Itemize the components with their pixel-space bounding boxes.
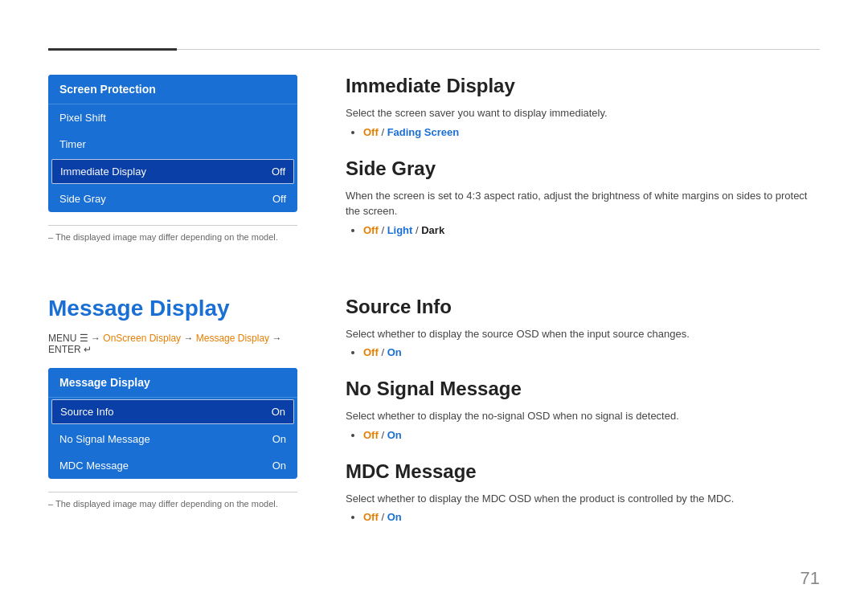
menu-item-source-info[interactable]: Source Info On <box>51 399 294 424</box>
immediate-display-label: Immediate Display <box>60 166 146 178</box>
message-display-path: Message Display <box>196 333 269 344</box>
mdc-message-desc: Select whether to display the MDC OSD wh… <box>346 491 820 507</box>
pixel-shift-label: Pixel Shift <box>59 112 106 124</box>
message-display-panel-header: Message Display <box>48 368 297 398</box>
right-column-top: Immediate Display Select the screen save… <box>346 75 820 255</box>
no-signal-on: On <box>387 429 402 441</box>
mdc-message-options: Off / On <box>346 511 820 523</box>
menu-item-immediate-display[interactable]: Immediate Display Off <box>51 159 294 184</box>
no-signal-options: Off / On <box>346 429 820 441</box>
fading-screen-option: Fading Screen <box>387 126 460 138</box>
sep2: / <box>379 224 387 236</box>
screen-protection-header: Screen Protection <box>48 75 297 104</box>
source-info-option-item: Off / On <box>363 346 820 358</box>
side-gray-dark-option: Dark <box>421 224 444 236</box>
message-display-main-title: Message Display <box>48 296 297 321</box>
source-info-value: On <box>272 406 285 418</box>
menu-icon: ☰ <box>80 333 88 344</box>
screen-protection-panel: Screen Protection Pixel Shift Timer Imme… <box>48 75 297 212</box>
page-container: Screen Protection Pixel Shift Timer Imme… <box>0 0 868 574</box>
mdc-message-option-item: Off / On <box>363 511 820 523</box>
page-number: 71 <box>800 568 820 589</box>
side-gray-option-item: Off / Light / Dark <box>363 224 820 236</box>
left-column-bottom: Message Display MENU ☰ → OnScreen Displa… <box>48 296 297 543</box>
immediate-display-desc: Select the screen saver you want to disp… <box>346 105 820 121</box>
immediate-display-option-item: Off / Fading Screen <box>363 126 820 138</box>
screen-protection-section: Screen Protection Pixel Shift Timer Imme… <box>48 75 820 255</box>
no-signal-off: Off <box>363 429 379 441</box>
no-signal-sep: / <box>379 429 387 441</box>
source-info-label: Source Info <box>60 406 114 418</box>
enter-icon: ↵ <box>84 344 92 355</box>
sep3: / <box>412 224 421 236</box>
immediate-display-options: Off / Fading Screen <box>346 126 820 138</box>
menu-item-pixel-shift[interactable]: Pixel Shift <box>48 104 297 131</box>
mdc-message-title: MDC Message <box>346 460 820 483</box>
arrow1: → <box>88 333 104 344</box>
divider-light <box>177 49 820 50</box>
mdc-message-label: MDC Message <box>59 460 129 472</box>
right-column-bottom: Source Info Select whether to display th… <box>346 296 820 543</box>
sep1: / <box>379 126 387 138</box>
immediate-display-title: Immediate Display <box>346 75 820 97</box>
no-signal-value: On <box>272 433 286 445</box>
side-gray-desc: When the screen is set to 4:3 aspect rat… <box>346 188 820 219</box>
source-sep: / <box>379 346 387 358</box>
mdc-on: On <box>387 511 402 523</box>
side-gray-light-option: Light <box>387 224 413 236</box>
no-signal-desc: Select whether to display the no-signal … <box>346 408 820 424</box>
menu-path: MENU ☰ → OnScreen Display → Message Disp… <box>48 333 297 355</box>
message-display-two-col: Message Display MENU ☰ → OnScreen Displa… <box>48 296 820 543</box>
menu-item-side-gray[interactable]: Side Gray Off <box>48 186 297 212</box>
no-signal-label: No Signal Message <box>59 433 150 445</box>
immediate-off-option: Off <box>363 126 379 138</box>
mdc-sep: / <box>379 511 387 523</box>
menu-item-timer[interactable]: Timer <box>48 131 297 157</box>
message-display-section: Message Display MENU ☰ → OnScreen Displa… <box>48 296 820 543</box>
mdc-message-value: On <box>272 460 286 472</box>
arrow2: → <box>181 333 196 344</box>
source-info-off: Off <box>363 346 379 358</box>
divider-dark <box>48 48 177 51</box>
side-gray-label: Side Gray <box>59 193 106 205</box>
side-gray-title: Side Gray <box>346 157 820 180</box>
onscreen-display-path: OnScreen Display <box>103 333 181 344</box>
menu-item-no-signal[interactable]: No Signal Message On <box>48 426 297 452</box>
menu-prefix: MENU <box>48 333 80 344</box>
immediate-display-value: Off <box>272 166 285 178</box>
message-display-note: – The displayed image may differ dependi… <box>48 492 297 509</box>
source-info-options: Off / On <box>346 346 820 358</box>
top-dividers <box>48 48 820 51</box>
timer-label: Timer <box>59 138 86 150</box>
source-info-on: On <box>387 346 402 358</box>
screen-protection-note: – The displayed image may differ dependi… <box>48 225 297 242</box>
no-signal-title: No Signal Message <box>346 378 820 400</box>
source-info-title: Source Info <box>346 296 820 318</box>
menu-item-mdc-message[interactable]: MDC Message On <box>48 452 297 479</box>
left-column-top: Screen Protection Pixel Shift Timer Imme… <box>48 75 297 255</box>
no-signal-option-item: Off / On <box>363 429 820 441</box>
message-display-panel: Message Display Source Info On No Signal… <box>48 368 297 479</box>
source-info-desc: Select whether to display the source OSD… <box>346 326 820 342</box>
mdc-off: Off <box>363 511 379 523</box>
side-gray-options: Off / Light / Dark <box>346 224 820 236</box>
side-gray-value: Off <box>272 193 286 205</box>
side-gray-off-option: Off <box>363 224 379 236</box>
